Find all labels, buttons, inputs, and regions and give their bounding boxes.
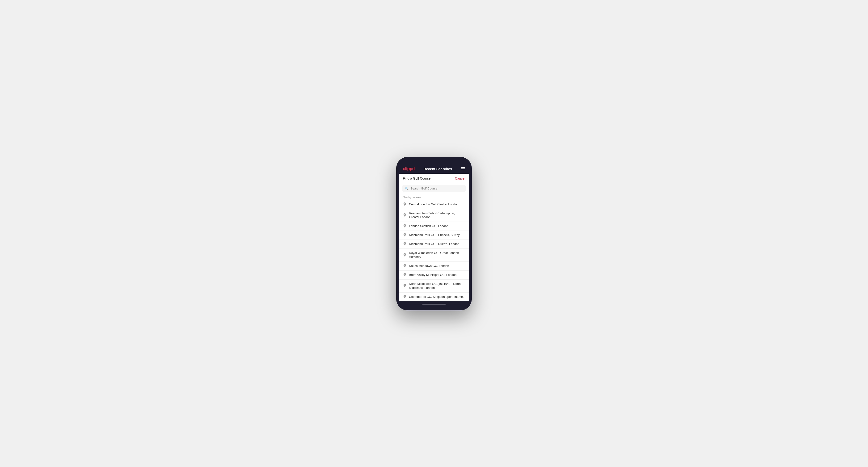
course-list-item[interactable]: Dukes Meadows GC, London	[399, 262, 469, 271]
course-list-item[interactable]: Richmond Park GC - Duke's, London	[399, 240, 469, 249]
search-icon: 🔍	[405, 187, 408, 190]
course-name: North Middlesex GC (1011942 - North Midd…	[409, 282, 465, 290]
course-name: Richmond Park GC - Prince's, Surrey	[409, 233, 460, 237]
course-name: London Scottish GC, London	[409, 224, 448, 228]
home-bar	[422, 304, 446, 305]
course-list-item[interactable]: Royal Wimbledon GC, Great London Authori…	[399, 249, 469, 262]
menu-line-1	[461, 167, 465, 168]
menu-line-3	[461, 170, 465, 170]
course-list-item[interactable]: Central London Golf Centre, London	[399, 200, 469, 209]
courses-section: Nearby courses Central London Golf Centr…	[399, 194, 469, 301]
nav-title: Recent Searches	[424, 167, 452, 171]
location-pin-icon	[403, 213, 407, 217]
course-list-item[interactable]: London Scottish GC, London	[399, 222, 469, 231]
location-pin-icon	[403, 224, 407, 228]
course-name: Royal Wimbledon GC, Great London Authori…	[409, 251, 465, 259]
main-content: Find a Golf Course Cancel 🔍 Nearby cours…	[399, 174, 469, 301]
course-list-item[interactable]: Richmond Park GC - Prince's, Surrey	[399, 231, 469, 240]
course-name: Brent Valley Municipal GC, London	[409, 273, 457, 277]
location-pin-icon	[403, 203, 407, 207]
search-box: 🔍	[402, 185, 466, 192]
menu-line-2	[461, 168, 465, 169]
find-label: Find a Golf Course	[403, 177, 431, 180]
location-pin-icon	[403, 233, 407, 237]
courses-list: Central London Golf Centre, London Roeha…	[399, 200, 469, 301]
course-name: Richmond Park GC - Duke's, London	[409, 242, 459, 246]
location-pin-icon	[403, 284, 407, 288]
location-pin-icon	[403, 253, 407, 257]
location-pin-icon	[403, 264, 407, 268]
course-list-item[interactable]: Coombe Hill GC, Kingston upon Thames	[399, 292, 469, 301]
phone-screen: clippd Recent Searches Find a Golf Cours…	[399, 160, 469, 308]
search-input[interactable]	[410, 187, 463, 190]
find-header: Find a Golf Course Cancel	[399, 174, 469, 183]
search-container: 🔍	[399, 183, 469, 194]
app-logo: clippd	[403, 166, 415, 171]
course-list-item[interactable]: Roehampton Club - Roehampton, Greater Lo…	[399, 209, 469, 222]
location-pin-icon	[403, 242, 407, 246]
phone-frame: clippd Recent Searches Find a Golf Cours…	[396, 157, 472, 310]
course-name: Coombe Hill GC, Kingston upon Thames	[409, 295, 464, 299]
location-pin-icon	[403, 273, 407, 277]
nearby-courses-header: Nearby courses	[399, 194, 469, 200]
nav-bar: clippd Recent Searches	[399, 164, 469, 174]
hamburger-menu-icon[interactable]	[461, 167, 465, 170]
cancel-button[interactable]: Cancel	[455, 177, 465, 180]
course-list-item[interactable]: Brent Valley Municipal GC, London	[399, 271, 469, 280]
status-bar	[399, 160, 469, 164]
course-name: Central London Golf Centre, London	[409, 203, 459, 207]
course-name: Roehampton Club - Roehampton, Greater Lo…	[409, 212, 465, 219]
course-name: Dukes Meadows GC, London	[409, 264, 449, 268]
location-pin-icon	[403, 295, 407, 299]
home-indicator	[399, 301, 469, 308]
course-list-item[interactable]: North Middlesex GC (1011942 - North Midd…	[399, 280, 469, 292]
